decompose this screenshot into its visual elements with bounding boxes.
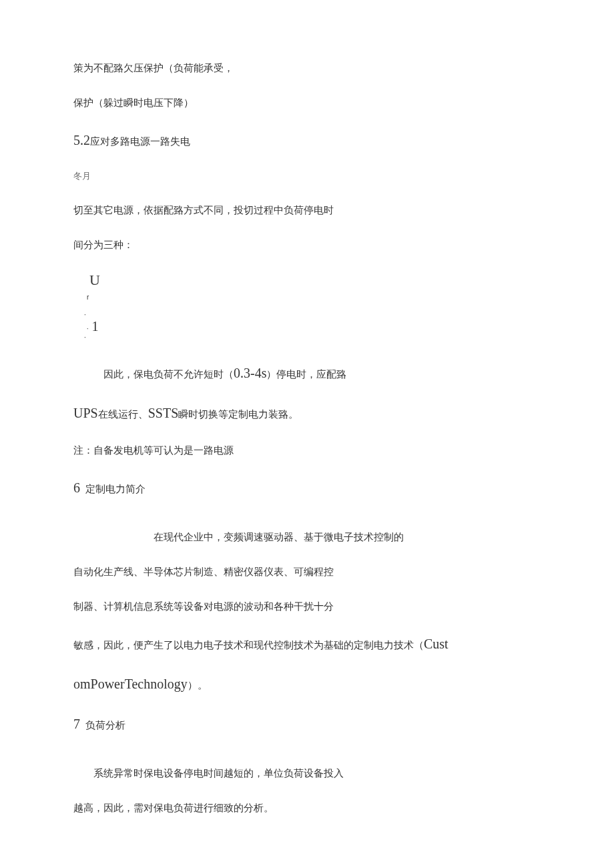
paragraph-4: 间分为三种： (73, 237, 541, 253)
paragraph-6-mid1: 在线运行、 (98, 408, 148, 420)
letter-r-fragment: r (87, 294, 541, 301)
paragraph-11: 敏感，因此，便产生了以电力电子技术和现代控制技术为基础的定制电力技术（Cust (73, 633, 541, 655)
cust-label: Cust (424, 636, 448, 651)
section-7-heading: 7 负荷分析 (73, 713, 541, 735)
section-6-heading: 6 定制电力简介 (73, 477, 541, 498)
paragraph-6: UPS在线运行、SSTS瞬时切换等定制电力装臵。 (73, 402, 541, 424)
fragment-text-1: 冬月 (73, 169, 541, 183)
paragraph-12: omPowerTechnology）。 (73, 673, 541, 695)
spacer (73, 517, 541, 529)
section-5-2-title: 应对多路电源一路失电 (90, 135, 190, 147)
number-1-fragment: · 1 (87, 320, 541, 333)
section-7-number: 7 (73, 717, 80, 731)
section-5-2-heading: 5.2应对多路电源一路失电 (73, 129, 541, 151)
paragraph-6-suffix: 瞬时切换等定制电力装臵。 (178, 408, 298, 420)
ssts-label: SSTS (148, 406, 179, 420)
paragraph-10: 制器、计算机信息系统等设备对电源的波动和各种干扰十分 (73, 598, 541, 614)
paragraph-7-note: 注：自备发电机等可认为是一路电源 (73, 442, 541, 458)
dot-fragment-1: · (84, 312, 541, 318)
section-6-number: 6 (73, 480, 80, 495)
time-range-value: 0.3-4s (234, 366, 266, 380)
paragraph-9: 自动化生产线、半导体芯片制造、精密仪器仪表、可编程控 (73, 564, 541, 580)
paragraph-2: 保护（躲过瞬时电压下降） (73, 95, 541, 111)
spacer-2 (73, 753, 541, 765)
paragraph-13: 系统异常时保电设备停电时间越短的，单位负荷设备投入 (73, 765, 541, 781)
dot-fragment-3: · (84, 334, 541, 341)
section-6-title: 定制电力简介 (85, 483, 145, 494)
paragraph-11-prefix: 敏感，因此，便产生了以电力电子技术和现代控制技术为基础的定制电力技术（ (73, 639, 424, 650)
paragraph-5-suffix: ）停电时，应配臵 (266, 368, 346, 380)
dot-fragment-2: · (87, 325, 89, 332)
ompowertech-label: omPowerTechnology (73, 677, 188, 691)
paragraph-1: 策为不配臵欠压保护（负荷能承受， (73, 60, 541, 76)
section-5-2-number: 5.2 (73, 133, 90, 147)
paragraph-12-suffix: ）。 (188, 679, 208, 691)
section-7-title: 负荷分析 (85, 719, 125, 731)
paragraph-5: 因此，保电负荷不允许短时（0.3-4s）停电时，应配臵 (73, 362, 541, 384)
letter-u-fragment: U (89, 272, 541, 289)
paragraph-5-prefix: 因此，保电负荷不允许短时（ (103, 368, 234, 380)
ups-label: UPS (73, 406, 98, 420)
paragraph-3: 切至其它电源，依据配臵方式不同，投切过程中负荷停电时 (73, 202, 541, 218)
number-one: 1 (92, 319, 99, 334)
paragraph-8: 在现代企业中，变频调速驱动器、基于微电子技术控制的 (73, 529, 541, 545)
paragraph-14: 越高，因此，需对保电负荷进行细致的分析。 (73, 800, 541, 816)
